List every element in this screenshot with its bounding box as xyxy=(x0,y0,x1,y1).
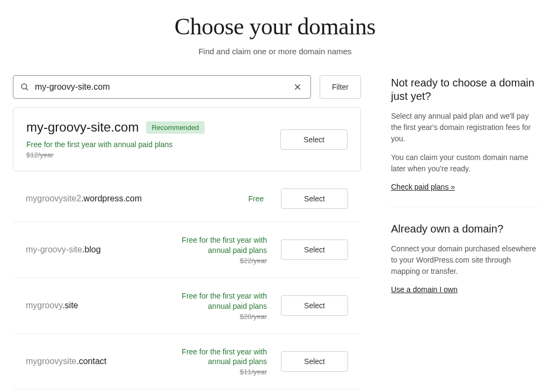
select-domain-button[interactable]: Select xyxy=(281,239,348,260)
sidebar-text: You can claim your custom domain name la… xyxy=(391,152,537,175)
sidebar-heading: Already own a domain? xyxy=(391,222,537,236)
domain-name: my-groovy-site.blog xyxy=(26,245,154,255)
domain-prefix: mygroovysite2 xyxy=(26,194,81,203)
domain-result-row: my-groovy-site.blogFree for the first ye… xyxy=(13,222,361,278)
page-title: Choose your domains xyxy=(13,13,537,40)
recommended-badge: Recommended xyxy=(146,121,204,134)
domain-tld: .wordpress.com xyxy=(81,194,142,203)
domain-tld: .contact xyxy=(76,357,106,366)
domain-prefix: my-groovy-site xyxy=(26,245,82,254)
domain-result-row: mygroovysite2.wordpress.comFreeSelect xyxy=(13,176,361,222)
domain-name: mygroovysite.contact xyxy=(26,357,154,366)
check-paid-plans-link[interactable]: Check paid plans » xyxy=(391,183,455,191)
select-domain-button[interactable]: Select xyxy=(281,295,348,316)
domain-prefix: mygroovy xyxy=(26,301,62,310)
svg-point-0 xyxy=(21,84,27,89)
free-label: Free xyxy=(248,194,264,203)
use-domain-i-own-link[interactable]: Use a domain I own xyxy=(391,285,458,294)
domain-search-input[interactable] xyxy=(35,82,291,92)
domain-tld: .blog xyxy=(82,245,101,254)
select-domain-button[interactable]: Select xyxy=(281,188,348,209)
free-first-year-text: Free for the first year with annual paid… xyxy=(165,291,267,311)
recommended-domain-name: my-groovy-site.com xyxy=(26,120,139,135)
free-first-year-text: Free for the first year with annual paid… xyxy=(165,347,267,367)
select-recommended-button[interactable]: Select xyxy=(280,129,348,150)
sidebar-heading: Not ready to choose a domain just yet? xyxy=(391,76,537,103)
price-column: Free for the first year with annual paid… xyxy=(165,291,267,321)
strike-price: $20/year xyxy=(165,313,267,321)
filter-button[interactable]: Filter xyxy=(320,75,361,99)
page-subtitle: Find and claim one or more domain names xyxy=(13,47,537,56)
sidebar-text: Select any annual paid plan and we'll pa… xyxy=(391,111,537,144)
domain-result-row: mygroovy.siteFree for the first year wit… xyxy=(13,278,361,334)
recommended-strike-price: $12/year xyxy=(26,151,270,159)
strike-price: $22/year xyxy=(165,257,267,265)
sidebar-section-not-ready: Not ready to choose a domain just yet? S… xyxy=(391,76,537,207)
sidebar-section-own-domain: Already own a domain? Connect your domai… xyxy=(391,222,537,309)
price-column: Free for the first year with annual paid… xyxy=(165,235,267,265)
strike-price: $11/year xyxy=(165,368,267,376)
free-first-year-text: Free for the first year with annual paid… xyxy=(165,235,267,256)
svg-line-1 xyxy=(26,88,28,90)
clear-search-button[interactable] xyxy=(291,81,304,93)
search-field-wrap xyxy=(13,75,311,99)
price-column: Free for the first year with annual paid… xyxy=(165,347,267,376)
domain-result-row: mygroovysite.contactFree for the first y… xyxy=(13,334,361,390)
price-column: Free xyxy=(248,194,267,203)
domain-name: mygroovy.site xyxy=(26,301,154,310)
sidebar-text: Connect your domain purchased elsewhere … xyxy=(391,243,537,277)
select-domain-button[interactable]: Select xyxy=(281,351,348,372)
close-icon xyxy=(293,83,302,91)
recommended-free-text: Free for the first year with annual paid… xyxy=(26,140,270,149)
recommended-domain-card: my-groovy-site.com Recommended Free for … xyxy=(13,107,361,171)
search-icon xyxy=(20,82,30,92)
domain-name: mygroovysite2.wordpress.com xyxy=(26,194,237,204)
domain-tld: .site xyxy=(62,301,78,310)
domain-prefix: mygroovysite xyxy=(26,357,76,366)
